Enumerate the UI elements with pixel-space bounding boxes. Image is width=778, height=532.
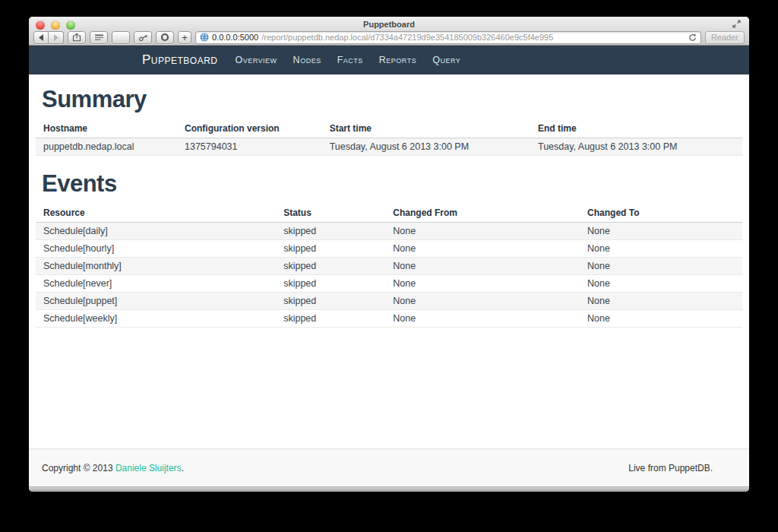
- cell-resource: Schedule[monthly]: [36, 258, 276, 275]
- url-path: /report/puppetdb.nedap.local/d7334a47219…: [261, 33, 685, 42]
- reader-button[interactable]: Reader: [705, 31, 745, 44]
- table-row: Schedule[never] skipped None None: [36, 275, 742, 293]
- cell-changed-from: None: [385, 310, 580, 328]
- globe-favicon-icon: [200, 33, 209, 42]
- copyright-prefix: Copyright © 2013: [42, 463, 115, 473]
- table-row: Schedule[hourly] skipped None None: [36, 240, 742, 258]
- nav-item-query[interactable]: Query: [432, 55, 460, 65]
- top-sites-button[interactable]: [156, 31, 174, 44]
- share-icon: [72, 33, 81, 42]
- cell-status: skipped: [276, 258, 385, 275]
- cell-hostname: puppetdb.nedap.local: [36, 138, 177, 156]
- window-bottom-edge: [29, 486, 749, 492]
- fullscreen-icon: [732, 20, 741, 28]
- cell-changed-from: None: [385, 293, 580, 310]
- new-tab-button[interactable]: +: [178, 31, 191, 44]
- column-header-status: Status: [276, 204, 385, 223]
- reload-icon[interactable]: [688, 33, 697, 42]
- navbar-brand[interactable]: Puppetboard: [142, 52, 218, 68]
- column-header-resource: Resource: [36, 204, 276, 223]
- reading-list-button[interactable]: [90, 31, 108, 44]
- copyright-text: Copyright © 2013 Daniele Sluijters.: [42, 463, 184, 473]
- column-header-end-time: End time: [530, 119, 742, 138]
- summary-header-row: Hostname Configuration version Start tim…: [36, 119, 742, 138]
- cell-changed-from: None: [385, 240, 580, 258]
- summary-table: Hostname Configuration version Start tim…: [36, 119, 742, 156]
- forward-button[interactable]: [49, 31, 64, 44]
- column-header-hostname: Hostname: [36, 119, 177, 138]
- cell-changed-to: None: [580, 258, 742, 275]
- column-header-changed-from: Changed From: [385, 204, 580, 223]
- events-header-row: Resource Status Changed From Changed To: [36, 204, 742, 223]
- cell-start-time: Tuesday, August 6 2013 3:00 PM: [322, 138, 530, 156]
- back-icon: [38, 34, 44, 41]
- summary-heading: Summary: [42, 86, 742, 113]
- summary-row: puppetdb.nedap.local 1375794031 Tuesday,…: [36, 138, 742, 156]
- column-header-changed-to: Changed To: [580, 204, 742, 223]
- nav-item-facts[interactable]: Facts: [337, 55, 363, 65]
- ring-icon: [160, 33, 169, 42]
- browser-window: Puppetboard: [29, 17, 749, 492]
- cell-changed-to: None: [580, 275, 742, 293]
- cell-changed-to: None: [580, 293, 742, 310]
- live-from-puppetdb-text: Live from PuppetDB.: [628, 463, 713, 473]
- cell-changed-from: None: [385, 223, 580, 240]
- nav-item-overview[interactable]: Overview: [236, 55, 277, 65]
- cell-changed-to: None: [580, 223, 742, 240]
- cell-changed-from: None: [385, 275, 580, 293]
- column-header-start-time: Start time: [322, 119, 530, 138]
- back-button[interactable]: [33, 31, 49, 44]
- page-footer: Copyright © 2013 Daniele Sluijters. Live…: [29, 448, 749, 486]
- cell-status: skipped: [276, 310, 385, 328]
- share-button[interactable]: [68, 31, 86, 44]
- text-lines-icon: [95, 34, 103, 41]
- url-host: 0.0.0.0:5000: [212, 33, 258, 42]
- page-content: Summary Hostname Configuration version S…: [29, 74, 749, 448]
- cell-resource: Schedule[hourly]: [36, 240, 276, 258]
- cell-status: skipped: [276, 293, 385, 310]
- cell-changed-from: None: [385, 258, 580, 275]
- key-icon: [138, 33, 148, 42]
- events-table: Resource Status Changed From Changed To …: [36, 204, 742, 328]
- author-link[interactable]: Daniele Sluijters: [115, 463, 182, 473]
- cell-status: skipped: [276, 240, 385, 258]
- address-bar[interactable]: 0.0.0.0:5000 /report/puppetdb.nedap.loca…: [195, 31, 701, 44]
- cell-resource: Schedule[daily]: [36, 223, 276, 240]
- history-nav-group: [33, 31, 64, 44]
- cell-changed-to: None: [580, 310, 742, 328]
- app-navbar: Puppetboard Overview Nodes Facts Reports…: [29, 46, 749, 74]
- cell-status: skipped: [276, 275, 385, 293]
- column-header-config-version: Configuration version: [177, 119, 322, 138]
- cell-end-time: Tuesday, August 6 2013 3:00 PM: [530, 138, 742, 156]
- copyright-suffix: .: [182, 463, 184, 473]
- table-row: Schedule[puppet] skipped None None: [36, 293, 742, 310]
- cell-config-version: 1375794031: [177, 138, 322, 156]
- table-row: Schedule[monthly] skipped None None: [36, 258, 742, 275]
- window-title: Puppetboard: [29, 20, 749, 29]
- table-row: Schedule[weekly] skipped None None: [36, 310, 742, 328]
- browser-chrome: Puppetboard: [29, 17, 749, 46]
- cell-status: skipped: [276, 223, 385, 240]
- blank-toolbar-button[interactable]: [112, 31, 130, 44]
- cell-resource: Schedule[weekly]: [36, 310, 276, 328]
- browser-toolbar: + 0.0.0.0:5000 /report/puppetdb.nedap.lo…: [33, 30, 745, 44]
- cell-changed-to: None: [580, 240, 742, 258]
- fullscreen-button[interactable]: [731, 19, 742, 28]
- cell-resource: Schedule[puppet]: [36, 293, 276, 310]
- nav-item-nodes[interactable]: Nodes: [293, 55, 321, 65]
- table-row: Schedule[daily] skipped None None: [36, 223, 742, 240]
- cell-resource: Schedule[never]: [36, 275, 276, 293]
- events-heading: Events: [42, 170, 742, 198]
- forward-icon: [53, 34, 59, 41]
- keychain-button[interactable]: [134, 31, 152, 44]
- nav-item-reports[interactable]: Reports: [379, 55, 416, 65]
